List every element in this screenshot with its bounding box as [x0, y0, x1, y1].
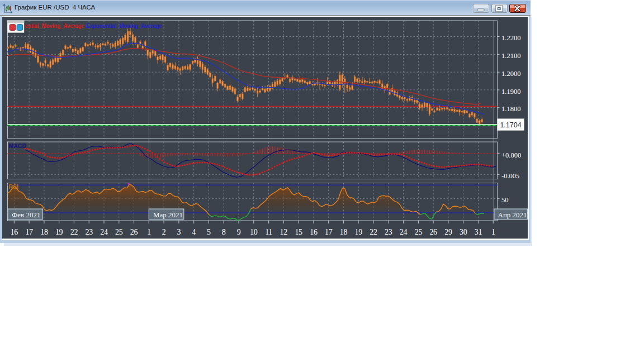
svg-text:Мар 2021: Мар 2021	[153, 211, 183, 219]
svg-text:1.2000: 1.2000	[501, 70, 520, 78]
svg-text:5: 5	[207, 228, 211, 236]
svg-text:17: 17	[25, 228, 33, 236]
svg-text:RSI: RSI	[9, 183, 19, 190]
svg-text:Exponential_Moving_Average: Exponential_Moving_Average	[86, 23, 162, 29]
svg-text:1.1704: 1.1704	[500, 121, 521, 129]
svg-text:Фев 2021: Фев 2021	[12, 211, 40, 219]
svg-text:1.1800: 1.1800	[501, 105, 520, 113]
svg-text:26: 26	[130, 228, 138, 236]
svg-text:16: 16	[310, 228, 318, 236]
svg-text:22: 22	[370, 228, 377, 236]
svg-text:24: 24	[100, 228, 108, 236]
svg-text:Апр 2021: Апр 2021	[498, 211, 527, 219]
svg-text:9: 9	[237, 228, 241, 236]
svg-text:1.1900: 1.1900	[501, 88, 520, 96]
svg-text:17: 17	[325, 228, 333, 236]
svg-text:12: 12	[280, 228, 288, 236]
svg-text:4: 4	[192, 228, 196, 236]
svg-text:18: 18	[340, 228, 348, 236]
svg-text:25: 25	[115, 228, 123, 236]
svg-text:22: 22	[70, 228, 78, 236]
svg-text:-0.005: -0.005	[501, 172, 519, 180]
svg-text:31: 31	[475, 228, 482, 236]
svg-text:15: 15	[295, 228, 302, 236]
svg-text:MACD: MACD	[9, 142, 27, 149]
svg-text:29: 29	[444, 228, 452, 236]
svg-text:25: 25	[415, 228, 423, 236]
svg-text:1: 1	[147, 228, 151, 236]
svg-text:18: 18	[40, 228, 48, 236]
svg-text:10: 10	[250, 228, 258, 236]
svg-text:1.2100: 1.2100	[501, 52, 520, 60]
svg-text:2: 2	[162, 228, 166, 236]
svg-text:3: 3	[177, 228, 181, 236]
svg-text:1.2200: 1.2200	[501, 34, 520, 42]
svg-text:+0.000: +0.000	[501, 151, 521, 159]
svg-text:24: 24	[400, 228, 408, 236]
svg-text:26: 26	[429, 228, 437, 236]
svg-text:11: 11	[265, 228, 272, 236]
svg-text:23: 23	[85, 228, 93, 236]
svg-text:ential_Moving_Average: ential_Moving_Average	[25, 23, 85, 29]
svg-text:16: 16	[11, 228, 18, 236]
svg-text:19: 19	[55, 228, 63, 236]
svg-text:30: 30	[460, 228, 467, 236]
svg-text:23: 23	[385, 228, 392, 236]
svg-text:8: 8	[222, 228, 226, 236]
svg-text:50: 50	[501, 196, 509, 204]
svg-text:19: 19	[354, 228, 362, 236]
svg-text:1: 1	[491, 228, 495, 236]
